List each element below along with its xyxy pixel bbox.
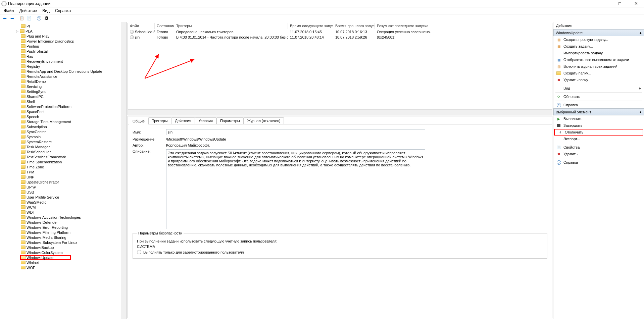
tree-item[interactable]: SoftwareProtectionPlatform <box>20 104 127 109</box>
menu-file[interactable]: Файл <box>1 8 17 14</box>
action-импортировать-задачу-[interactable]: Импортировать задачу... <box>553 50 644 56</box>
tree-item[interactable]: USB <box>20 190 127 195</box>
tree-item[interactable]: SystemRestore <box>20 139 127 144</box>
tree-item[interactable]: Wininet <box>20 260 127 265</box>
action-обновить[interactable]: ⟳Обновить <box>553 93 644 100</box>
tree-item[interactable]: TaskScheduler <box>20 149 127 154</box>
tree-item[interactable]: Windows Activation Technologies <box>20 215 127 220</box>
col-last[interactable]: Время прошлого запуска <box>333 23 375 29</box>
menu-view[interactable]: Вид <box>40 8 52 14</box>
toggle-tree-button[interactable]: 📋 <box>18 15 25 21</box>
action-создать-простую-задачу-[interactable]: ▤Создать простую задачу... <box>553 36 644 43</box>
minimize-button[interactable]: — <box>597 0 610 7</box>
col-result[interactable]: Результат последнего запуска <box>375 23 552 29</box>
tree-item[interactable]: PI <box>20 23 127 29</box>
tree-item[interactable]: RemoteApp and Desktop Connections Update <box>20 69 127 74</box>
tree-item[interactable]: RemoteAssistance <box>20 74 127 79</box>
tree-item[interactable]: Speech <box>20 114 127 119</box>
task-row[interactable]: sihГотовоВ 4:00 01.01.2014 - Частота пов… <box>128 35 552 40</box>
tree-item[interactable]: Windows Filtering Platform <box>20 230 127 235</box>
tree-item[interactable]: Windows Media Sharing <box>20 235 127 240</box>
action-pane-button[interactable]: 🖼 <box>43 15 50 21</box>
tree-item[interactable]: TextServicesFramework <box>20 154 127 159</box>
tab-history[interactable]: Журнал (отключен) <box>244 117 284 124</box>
action-справка[interactable]: ?Справка <box>553 159 644 166</box>
tree-item[interactable]: Task Manager <box>20 144 127 149</box>
tree-item[interactable]: TPM <box>20 169 127 174</box>
tree-item[interactable]: RetailDemo <box>20 79 127 84</box>
tree-item[interactable]: WaaSMedic <box>20 200 127 205</box>
action-отключить[interactable]: ⬇Отключить <box>554 129 643 136</box>
col-next[interactable]: Время следующего запуска <box>288 23 333 29</box>
actions-section-selected[interactable]: Выбранный элемент ▴ <box>553 108 644 115</box>
menu-help[interactable]: Справка <box>52 8 73 14</box>
col-triggers[interactable]: Триггеры <box>174 23 288 29</box>
forward-button[interactable]: ➡ <box>9 15 15 21</box>
action-справка[interactable]: ?Справка <box>553 102 644 108</box>
tree-item[interactable]: Time Zone <box>20 164 127 169</box>
action-удалить-папку[interactable]: ✖Удалить папку <box>553 76 644 83</box>
tree-item[interactable]: Printing <box>20 44 127 49</box>
h-scrollbar[interactable] <box>128 109 552 115</box>
tab-general[interactable]: Общие <box>129 118 148 124</box>
tree-item[interactable]: Power Efficiency Diagnostics <box>20 39 127 44</box>
back-button[interactable]: ⬅ <box>1 15 8 21</box>
action-свойства[interactable]: 📃Свойства <box>553 144 644 151</box>
tab-conditions[interactable]: Условия <box>195 117 216 124</box>
tree-item[interactable]: Plug and Play <box>20 34 127 39</box>
tree-item[interactable]: Windows Error Reporting <box>20 225 127 230</box>
tree-item[interactable]: Windows Defender <box>20 220 127 225</box>
tree-item[interactable]: WCM <box>20 205 127 210</box>
action-экспорт-[interactable]: Экспорт... <box>553 136 644 142</box>
toggle-detail-button[interactable]: 📄 <box>26 15 33 21</box>
tree-item[interactable]: PushToInstall <box>20 49 127 54</box>
tab-triggers[interactable]: Триггеры <box>148 117 171 124</box>
maximize-button[interactable]: □ <box>613 0 627 7</box>
col-state[interactable]: Состояние <box>155 23 174 29</box>
tree-item[interactable]: SyncCenter <box>20 129 127 134</box>
tree-item[interactable]: RecoveryEnvironment <box>20 59 127 64</box>
tree-item[interactable]: WOF <box>20 265 127 270</box>
tree-item[interactable]: Registry <box>20 64 127 69</box>
tree-item[interactable]: Storage Tiers Management <box>20 119 127 124</box>
actions-section-context[interactable]: WindowsUpdate ▴ <box>553 29 644 36</box>
input-description[interactable] <box>166 149 425 229</box>
tree-item[interactable]: User Profile Service <box>20 195 127 200</box>
radio-logged-only[interactable]: Выполнять только для зарегистрированного… <box>137 250 543 254</box>
tab-settings[interactable]: Параметры <box>216 117 244 124</box>
menu-action[interactable]: Действие <box>17 8 40 14</box>
action-выполнить[interactable]: ▶Выполнить <box>553 115 644 122</box>
tree-item[interactable]: WindowsUpdate <box>20 255 127 260</box>
tree-item[interactable]: Sysmain <box>20 134 127 139</box>
action-удалить[interactable]: ✖Удалить <box>553 151 644 157</box>
close-button[interactable]: ✕ <box>629 0 643 7</box>
action-создать-папку-[interactable]: Создать папку... <box>553 70 644 76</box>
tree-item[interactable]: Servicing <box>20 84 127 89</box>
scrollbar[interactable] <box>121 22 127 319</box>
tree-item[interactable]: Shell <box>20 99 127 104</box>
input-name[interactable] <box>166 129 425 135</box>
tree-item[interactable]: WindowsBackup <box>20 245 127 250</box>
action-вид[interactable]: Вид▶ <box>553 85 644 92</box>
tree-item[interactable]: WDI <box>20 210 127 215</box>
tree-item[interactable]: SpacePort <box>20 109 127 114</box>
tree-item[interactable]: Ras <box>20 54 127 59</box>
tree-item[interactable]: WindowsColorSystem <box>20 250 127 255</box>
tree-item[interactable]: Time Synchronization <box>20 159 127 164</box>
tree-item[interactable]: SettingSync <box>20 89 127 94</box>
help-button[interactable]: ? <box>36 15 42 21</box>
tab-actions[interactable]: Действия <box>171 117 195 124</box>
task-row[interactable]: Scheduled S...ГотовоОпределено несколько… <box>128 29 552 35</box>
tree-item[interactable]: UPnP <box>20 184 127 190</box>
action-отображать-все-выполняемые-задачи[interactable]: ▦Отображать все выполняемые задачи <box>553 56 644 63</box>
action-создать-задачу-[interactable]: ▦Создать задачу... <box>553 43 644 50</box>
action-включить-журнал-всех-заданий[interactable]: ▥Включить журнал всех заданий <box>553 63 644 70</box>
tree-item[interactable]: PLA <box>20 29 127 34</box>
tree-item[interactable]: UNP <box>20 174 127 179</box>
tree-item[interactable]: SharedPC <box>20 94 127 99</box>
col-file[interactable]: Файл <box>128 23 155 29</box>
action-завершить[interactable]: Завершить <box>553 122 644 129</box>
tree-item[interactable]: Subscription <box>20 124 127 129</box>
radio-logged-input[interactable] <box>137 250 141 254</box>
tree-item[interactable]: UpdateOrchestrator <box>20 179 127 184</box>
